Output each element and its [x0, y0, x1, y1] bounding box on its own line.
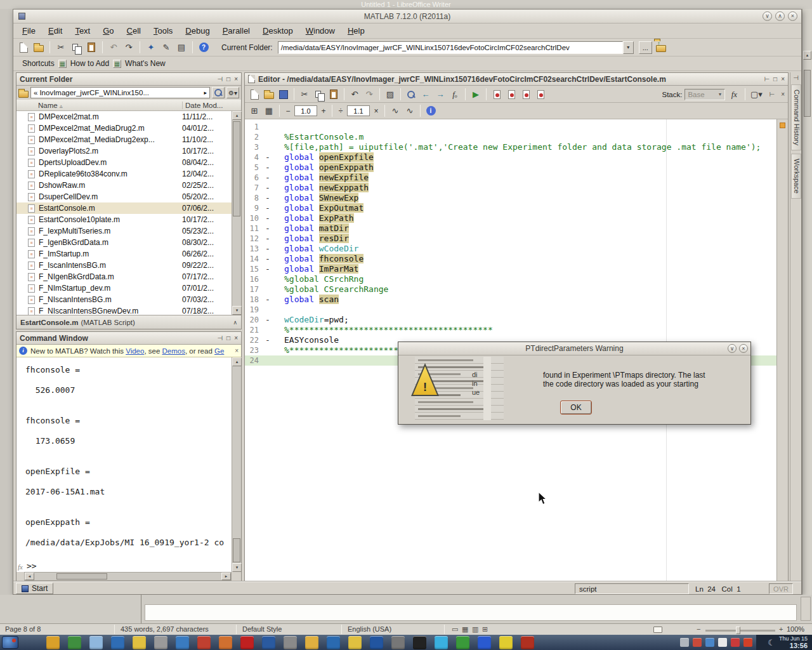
zoom-slider-track[interactable] — [705, 630, 775, 632]
taskbar-app-icon[interactable] — [240, 636, 254, 649]
command-window-scrollbar[interactable]: ▴ ▾ — [232, 357, 241, 572]
code-line[interactable]: 4-global openExpfile — [245, 152, 776, 162]
close-panel-icon[interactable]: × — [781, 76, 785, 83]
taskbar-app-icon[interactable] — [89, 636, 103, 649]
message-indicator-bar[interactable] — [776, 119, 788, 581]
address-field[interactable]: « InovImager_jwrCF_WINLinx150... ▸ — [30, 87, 210, 98]
warning-marker[interactable] — [780, 123, 785, 128]
file-row[interactable]: ≡F_NIgenBkGrdData.m07/17/2... — [16, 271, 232, 282]
layout-icon[interactable]: ▢▾ — [750, 88, 763, 101]
code-line[interactable]: 10-global ExpPath — [245, 213, 776, 223]
menu-item-debug[interactable]: Debug — [179, 23, 216, 39]
cell-value-left[interactable]: 1.0 — [294, 105, 317, 116]
book-view-icon[interactable]: ▥ — [472, 625, 478, 633]
code-line[interactable]: 20-wCodeDir=pwd; — [245, 315, 776, 325]
taskbar-app-icon[interactable] — [111, 636, 124, 649]
file-row[interactable]: ≡EstartConsole.m07/06/2... — [16, 202, 232, 214]
file-detail-bar[interactable]: EstartConsole.m (MATLAB Script) ∧ — [16, 315, 241, 329]
find-icon[interactable] — [405, 88, 417, 101]
copy-icon[interactable] — [313, 88, 325, 101]
start-button[interactable]: Start — [16, 583, 53, 594]
run-icon[interactable]: ▶ — [469, 88, 482, 101]
function-hint-icon[interactable]: fₒ — [449, 88, 461, 101]
word-count[interactable]: 435 words, 2,697 characters — [121, 625, 209, 633]
file-row[interactable]: ≡DMPexcel2mat_MediaDrug2exp...11/10/2... — [16, 134, 232, 145]
taskbar-app-icon[interactable] — [154, 636, 167, 649]
print-icon[interactable]: ▨ — [384, 88, 396, 101]
scroll-right-icon[interactable]: ▸ — [221, 573, 231, 580]
menu-item-cell[interactable]: Cell — [121, 23, 147, 39]
undock-icon[interactable]: □ — [226, 335, 230, 342]
file-row[interactable]: ≡DMPexcel2mat_MediaDrug2.m04/01/2... — [16, 123, 232, 134]
scroll-left-icon[interactable]: ◂ — [25, 573, 34, 580]
new-file-icon[interactable] — [248, 88, 261, 101]
prompt-row[interactable]: fx >> — [16, 560, 232, 571]
list-column-header[interactable]: Name ▵ Date Mod... — [16, 100, 241, 111]
zoom-slider-thumb[interactable] — [736, 627, 740, 634]
info-icon[interactable]: i — [424, 105, 437, 117]
menu-item-text[interactable]: Text — [69, 23, 96, 39]
dock-editor-icon[interactable]: ⊢ — [769, 91, 775, 98]
file-row[interactable]: ≡DReplicate96to384conv.m12/04/2... — [16, 168, 232, 180]
stack-combo[interactable]: Base ▾ — [684, 89, 725, 100]
column-name[interactable]: Name ▵ — [16, 102, 182, 109]
taskbar-app-icon[interactable] — [133, 636, 146, 649]
taskbar-app-icon[interactable] — [348, 636, 362, 649]
taskbar-menu-icon[interactable] — [2, 636, 18, 649]
code-line[interactable]: 12-global resDir — [245, 234, 776, 244]
doc-report-icon[interactable]: ▤ — [175, 41, 188, 54]
taskbar-app-icon[interactable] — [197, 636, 211, 649]
insert-cell-icon[interactable]: ⊞ — [248, 105, 261, 117]
code-line[interactable]: 7-global newExppath — [245, 183, 776, 193]
tray-icon[interactable] — [693, 638, 702, 647]
scrollbar-thumb[interactable] — [804, 70, 811, 117]
taskbar-app-icon[interactable] — [262, 636, 275, 649]
file-row[interactable]: ≡EstartConsole10plate.m10/17/2... — [16, 214, 232, 225]
code-line[interactable]: 13-global wCodeDir — [245, 244, 776, 254]
single-page-view-icon[interactable]: ▭ — [452, 625, 458, 633]
video-link[interactable]: Video — [126, 347, 144, 355]
address-path[interactable]: InovImager_jwrCF_WINLinx150... — [39, 89, 204, 96]
taskbar-app-icon[interactable] — [435, 636, 448, 649]
address-collapse[interactable]: « — [34, 89, 37, 96]
increase-icon[interactable]: + — [319, 107, 328, 116]
menu-item-desktop[interactable]: Desktop — [256, 23, 299, 39]
edit-doc-icon[interactable]: ✎ — [160, 41, 173, 54]
ok-button[interactable]: OK — [560, 401, 592, 415]
step-icon[interactable] — [520, 88, 532, 101]
dock-icon[interactable]: ⊣ — [217, 335, 223, 342]
paragraph-style[interactable]: Default Style — [242, 625, 282, 633]
file-row[interactable]: ≡DpertsUploadDev.m08/04/2... — [16, 157, 232, 168]
close-panel-icon[interactable]: × — [234, 76, 238, 83]
cut-icon[interactable]: ✂ — [55, 41, 67, 54]
matlab-titlebar[interactable]: MATLAB 7.12.0 (R2011a) ∨ ∧ × — [13, 10, 801, 23]
taskbar-app-icon[interactable] — [46, 636, 60, 649]
taskbar-app-icon[interactable] — [68, 636, 81, 649]
taskbar-app-icon[interactable] — [176, 636, 189, 649]
code-line[interactable]: 14-global fhconsole — [245, 254, 776, 264]
tray-icon[interactable] — [743, 638, 752, 647]
scrollbar-thumb[interactable] — [233, 121, 240, 216]
taskbar-app-icon[interactable] — [305, 636, 318, 649]
taskbar-app-icon[interactable] — [219, 636, 232, 649]
up-folder-icon[interactable]: ↑ — [655, 41, 667, 54]
paste-icon[interactable] — [85, 41, 98, 54]
fx-icon[interactable]: fx — [728, 88, 740, 101]
menu-item-file[interactable]: File — [16, 23, 42, 39]
close-panel-icon[interactable]: × — [234, 335, 238, 342]
close-editor-icon[interactable]: × — [781, 91, 785, 98]
undo-icon[interactable]: ↶ — [107, 41, 120, 54]
actions-gear-icon[interactable]: ⚙▾ — [226, 87, 239, 98]
chevron-down-icon[interactable]: ▾ — [715, 91, 724, 97]
tray-icon[interactable] — [718, 638, 727, 647]
multiply-icon[interactable]: × — [372, 107, 381, 116]
code-line[interactable]: 18-global scan — [245, 295, 776, 305]
code-line[interactable]: 16%global CSrchRng — [245, 274, 776, 284]
cell-divider-icon[interactable]: ▦ — [263, 105, 275, 117]
scroll-down-icon[interactable]: ▾ — [232, 563, 242, 572]
file-row[interactable]: ≡DoverlayPlots2.m10/17/2... — [16, 145, 232, 157]
new-file-icon[interactable] — [17, 41, 30, 54]
taskbar-app-icon[interactable] — [521, 636, 534, 649]
close-notice-icon[interactable]: × — [235, 347, 239, 354]
decrease-icon[interactable]: − — [284, 107, 292, 116]
